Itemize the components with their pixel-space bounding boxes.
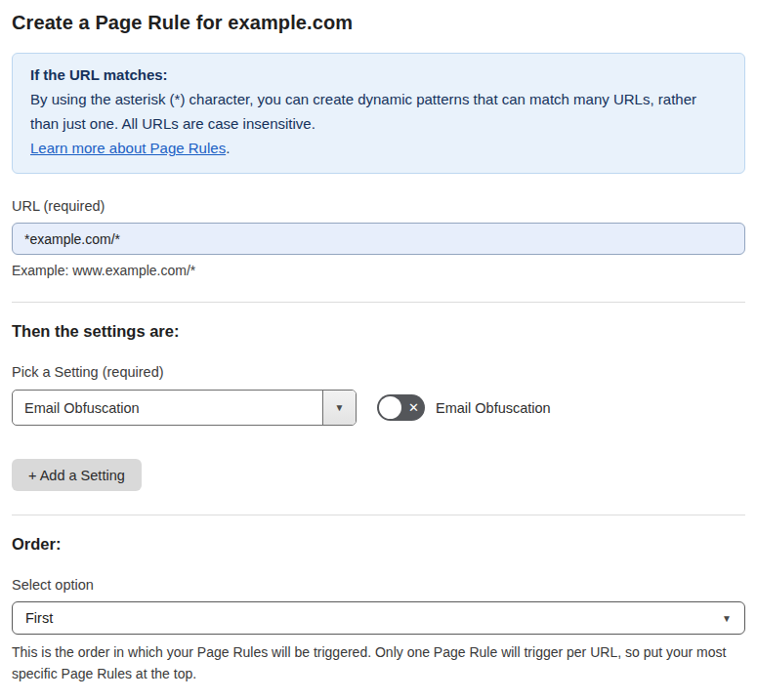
info-box-link-line: Learn more about Page Rules. — [30, 136, 727, 160]
toggle-knob — [379, 396, 401, 419]
url-field-label: URL (required) — [12, 198, 745, 214]
section-divider-2 — [12, 515, 745, 515]
order-section-heading: Order: — [12, 535, 745, 554]
info-box-heading: If the URL matches: — [30, 62, 727, 87]
select-option-label: Select option — [12, 577, 745, 593]
url-input[interactable] — [12, 223, 745, 255]
link-suffix: . — [226, 140, 230, 156]
url-matches-info-box: If the URL matches: By using the asteris… — [12, 53, 745, 174]
toggle-label: Email Obfuscation — [436, 400, 551, 416]
email-obfuscation-toggle[interactable]: ✕ — [377, 394, 425, 421]
pick-setting-label: Pick a Setting (required) — [12, 364, 745, 380]
learn-more-link[interactable]: Learn more about Page Rules — [30, 140, 226, 156]
section-divider — [12, 302, 745, 303]
chevron-down-icon: ▼ — [335, 402, 345, 413]
settings-section-heading: Then the settings are: — [12, 322, 745, 341]
info-box-body: By using the asterisk (*) character, you… — [30, 87, 727, 136]
order-select-value: First — [25, 610, 53, 626]
order-select[interactable]: First ▼ — [12, 601, 745, 635]
create-page-rule-form: Create a Page Rule for example.com If th… — [0, 0, 757, 700]
setting-select-value: Email Obfuscation — [13, 391, 322, 425]
url-example-text: Example: www.example.com/* — [12, 263, 745, 278]
email-obfuscation-toggle-group: ✕ Email Obfuscation — [377, 394, 551, 421]
setting-select[interactable]: Email Obfuscation ▼ — [12, 390, 357, 426]
setting-row: Email Obfuscation ▼ ✕ Email Obfuscation — [12, 390, 745, 426]
setting-select-arrow-button[interactable]: ▼ — [322, 391, 356, 425]
toggle-off-x-icon: ✕ — [408, 401, 419, 414]
add-setting-button[interactable]: + Add a Setting — [12, 459, 142, 491]
chevron-down-icon: ▼ — [722, 613, 732, 624]
page-title: Create a Page Rule for example.com — [12, 12, 745, 34]
order-help-text: This is the order in which your Page Rul… — [12, 641, 735, 684]
